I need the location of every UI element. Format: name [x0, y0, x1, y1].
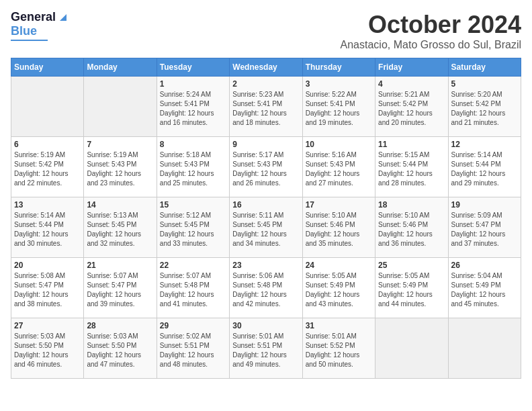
- day-info: Sunrise: 5:03 AMSunset: 5:50 PMDaylight:…: [87, 332, 153, 369]
- calendar-cell: 13Sunrise: 5:14 AMSunset: 5:44 PMDayligh…: [11, 197, 84, 258]
- day-number: 7: [87, 140, 153, 149]
- calendar-cell: 25Sunrise: 5:05 AMSunset: 5:49 PMDayligh…: [375, 258, 448, 318]
- title-area: October 2024 Anastacio, Mato Grosso do S…: [341, 11, 521, 51]
- day-number: 15: [160, 200, 226, 210]
- day-number: 5: [451, 79, 518, 89]
- day-number: 12: [451, 140, 518, 149]
- calendar-week-row: 27Sunrise: 5:03 AMSunset: 5:50 PMDayligh…: [11, 318, 521, 379]
- calendar-cell: 10Sunrise: 5:16 AMSunset: 5:43 PMDayligh…: [302, 137, 375, 197]
- calendar-day-header: Wednesday: [230, 58, 302, 77]
- day-info: Sunrise: 5:05 AMSunset: 5:49 PMDaylight:…: [306, 271, 372, 309]
- calendar-day-header: Friday: [375, 58, 448, 77]
- day-info: Sunrise: 5:04 AMSunset: 5:49 PMDaylight:…: [451, 271, 518, 309]
- month-title: October 2024: [341, 11, 521, 39]
- day-number: 16: [232, 200, 299, 210]
- calendar-cell: 27Sunrise: 5:03 AMSunset: 5:50 PMDayligh…: [11, 318, 84, 379]
- logo-triangle-icon: [57, 11, 69, 24]
- calendar-cell: 23Sunrise: 5:06 AMSunset: 5:48 PMDayligh…: [230, 258, 302, 318]
- calendar-week-row: 13Sunrise: 5:14 AMSunset: 5:44 PMDayligh…: [11, 197, 521, 258]
- calendar-cell: [11, 77, 84, 137]
- day-number: 27: [14, 321, 81, 330]
- day-info: Sunrise: 5:01 AMSunset: 5:51 PMDaylight:…: [232, 332, 299, 369]
- calendar-cell: 4Sunrise: 5:21 AMSunset: 5:42 PMDaylight…: [375, 77, 448, 137]
- calendar-cell: 28Sunrise: 5:03 AMSunset: 5:50 PMDayligh…: [84, 318, 157, 379]
- day-number: 30: [232, 321, 299, 330]
- calendar-week-row: 20Sunrise: 5:08 AMSunset: 5:47 PMDayligh…: [11, 258, 521, 318]
- calendar-day-header: Sunday: [11, 58, 84, 77]
- day-number: 29: [160, 321, 226, 330]
- day-number: 4: [378, 79, 445, 89]
- day-info: Sunrise: 5:06 AMSunset: 5:48 PMDaylight:…: [232, 271, 299, 309]
- calendar-cell: 1Sunrise: 5:24 AMSunset: 5:41 PMDaylight…: [157, 77, 229, 137]
- calendar-cell: [375, 318, 448, 379]
- calendar-table: SundayMondayTuesdayWednesdayThursdayFrid…: [11, 58, 521, 379]
- calendar-week-row: 6Sunrise: 5:19 AMSunset: 5:42 PMDaylight…: [11, 137, 521, 197]
- day-number: 14: [87, 200, 153, 210]
- day-info: Sunrise: 5:10 AMSunset: 5:46 PMDaylight:…: [306, 211, 372, 248]
- day-number: 11: [378, 140, 445, 149]
- day-number: 19: [451, 200, 518, 210]
- calendar-cell: 19Sunrise: 5:09 AMSunset: 5:47 PMDayligh…: [448, 197, 521, 258]
- page-header: General Blue October 2024 Anastacio, Mat…: [11, 11, 521, 51]
- day-info: Sunrise: 5:20 AMSunset: 5:42 PMDaylight:…: [451, 90, 518, 128]
- day-info: Sunrise: 5:09 AMSunset: 5:47 PMDaylight:…: [451, 211, 518, 248]
- day-info: Sunrise: 5:14 AMSunset: 5:44 PMDaylight:…: [14, 211, 81, 248]
- day-info: Sunrise: 5:15 AMSunset: 5:44 PMDaylight:…: [378, 150, 445, 188]
- day-number: 1: [160, 79, 226, 89]
- day-number: 22: [160, 261, 226, 270]
- day-info: Sunrise: 5:13 AMSunset: 5:45 PMDaylight:…: [87, 211, 153, 248]
- day-info: Sunrise: 5:17 AMSunset: 5:43 PMDaylight:…: [232, 150, 299, 188]
- day-info: Sunrise: 5:07 AMSunset: 5:48 PMDaylight:…: [160, 271, 226, 309]
- calendar-cell: 2Sunrise: 5:23 AMSunset: 5:41 PMDaylight…: [230, 77, 302, 137]
- day-info: Sunrise: 5:11 AMSunset: 5:45 PMDaylight:…: [232, 211, 299, 248]
- calendar-cell: 3Sunrise: 5:22 AMSunset: 5:41 PMDaylight…: [302, 77, 375, 137]
- calendar-day-header: Tuesday: [157, 58, 229, 77]
- day-info: Sunrise: 5:08 AMSunset: 5:47 PMDaylight:…: [14, 271, 81, 309]
- day-number: 21: [87, 261, 153, 270]
- calendar-cell: [448, 318, 521, 379]
- day-number: 26: [451, 261, 518, 270]
- calendar-cell: 24Sunrise: 5:05 AMSunset: 5:49 PMDayligh…: [302, 258, 375, 318]
- day-number: 8: [160, 140, 226, 149]
- logo-general-text: General: [11, 11, 56, 24]
- day-number: 31: [306, 321, 372, 330]
- calendar-cell: 9Sunrise: 5:17 AMSunset: 5:43 PMDaylight…: [230, 137, 302, 197]
- calendar-cell: 7Sunrise: 5:19 AMSunset: 5:43 PMDaylight…: [84, 137, 157, 197]
- day-info: Sunrise: 5:12 AMSunset: 5:45 PMDaylight:…: [160, 211, 226, 248]
- day-number: 13: [14, 200, 81, 210]
- day-info: Sunrise: 5:19 AMSunset: 5:42 PMDaylight:…: [14, 150, 81, 188]
- day-number: 24: [306, 261, 372, 270]
- svg-marker-0: [60, 14, 66, 21]
- day-number: 2: [232, 79, 299, 89]
- day-info: Sunrise: 5:24 AMSunset: 5:41 PMDaylight:…: [160, 90, 226, 128]
- day-info: Sunrise: 5:19 AMSunset: 5:43 PMDaylight:…: [87, 150, 153, 188]
- calendar-cell: 12Sunrise: 5:14 AMSunset: 5:44 PMDayligh…: [448, 137, 521, 197]
- day-info: Sunrise: 5:05 AMSunset: 5:49 PMDaylight:…: [378, 271, 445, 309]
- day-info: Sunrise: 5:23 AMSunset: 5:41 PMDaylight:…: [232, 90, 299, 128]
- logo: General Blue: [11, 11, 69, 41]
- day-number: 23: [232, 261, 299, 270]
- day-number: 6: [14, 140, 81, 149]
- logo-underline: [11, 40, 48, 41]
- day-info: Sunrise: 5:07 AMSunset: 5:47 PMDaylight:…: [87, 271, 153, 309]
- calendar-cell: 11Sunrise: 5:15 AMSunset: 5:44 PMDayligh…: [375, 137, 448, 197]
- calendar-cell: 31Sunrise: 5:01 AMSunset: 5:52 PMDayligh…: [302, 318, 375, 379]
- day-number: 20: [14, 261, 81, 270]
- calendar-header-row: SundayMondayTuesdayWednesdayThursdayFrid…: [11, 58, 521, 77]
- calendar-cell: 30Sunrise: 5:01 AMSunset: 5:51 PMDayligh…: [230, 318, 302, 379]
- calendar-day-header: Thursday: [302, 58, 375, 77]
- day-info: Sunrise: 5:21 AMSunset: 5:42 PMDaylight:…: [378, 90, 445, 128]
- calendar-day-header: Saturday: [448, 58, 521, 77]
- calendar-cell: 21Sunrise: 5:07 AMSunset: 5:47 PMDayligh…: [84, 258, 157, 318]
- day-number: 17: [306, 200, 372, 210]
- day-number: 10: [306, 140, 372, 149]
- calendar-cell: 8Sunrise: 5:18 AMSunset: 5:43 PMDaylight…: [157, 137, 229, 197]
- calendar-week-row: 1Sunrise: 5:24 AMSunset: 5:41 PMDaylight…: [11, 77, 521, 137]
- calendar-day-header: Monday: [84, 58, 157, 77]
- day-info: Sunrise: 5:01 AMSunset: 5:52 PMDaylight:…: [306, 332, 372, 369]
- calendar-cell: 15Sunrise: 5:12 AMSunset: 5:45 PMDayligh…: [157, 197, 229, 258]
- calendar-cell: 29Sunrise: 5:02 AMSunset: 5:51 PMDayligh…: [157, 318, 229, 379]
- day-info: Sunrise: 5:03 AMSunset: 5:50 PMDaylight:…: [14, 332, 81, 369]
- calendar-cell: 5Sunrise: 5:20 AMSunset: 5:42 PMDaylight…: [448, 77, 521, 137]
- calendar-cell: 17Sunrise: 5:10 AMSunset: 5:46 PMDayligh…: [302, 197, 375, 258]
